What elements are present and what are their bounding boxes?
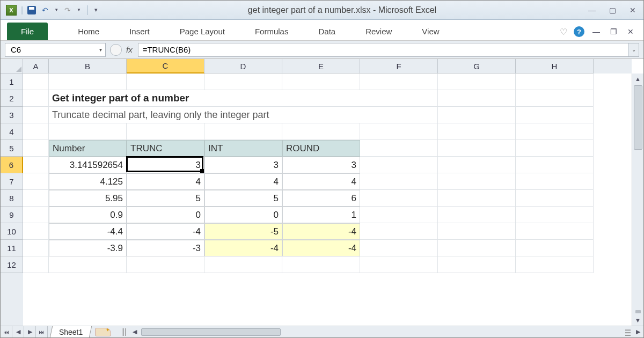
table-header[interactable]: INT	[204, 140, 282, 157]
tab-page-layout[interactable]: Page Layout	[165, 23, 240, 40]
sheet-tab-sheet1[interactable]: Sheet1	[50, 326, 92, 337]
cell[interactable]	[23, 90, 49, 107]
table-header[interactable]: ROUND	[282, 140, 360, 157]
column-header-G[interactable]: G	[438, 59, 516, 74]
cell-grid[interactable]: Get integer part of a numberTruncate dec…	[23, 74, 632, 326]
horizontal-scroll-track[interactable]	[140, 328, 623, 336]
table-cell[interactable]: 3.141592654	[49, 157, 127, 173]
cell[interactable]	[360, 90, 438, 107]
cell[interactable]	[516, 173, 594, 190]
cell[interactable]	[204, 74, 282, 90]
cell[interactable]	[360, 223, 438, 240]
maximize-icon[interactable]: ▢	[607, 6, 618, 14]
cell[interactable]	[360, 207, 438, 223]
cell[interactable]	[438, 157, 516, 173]
table-cell[interactable]: 3	[204, 157, 282, 173]
table-cell[interactable]: 4	[282, 173, 360, 190]
row-header-6[interactable]: 6	[1, 157, 23, 173]
table-cell[interactable]: -3	[127, 240, 204, 256]
cell[interactable]	[23, 256, 49, 273]
cell[interactable]	[360, 190, 438, 207]
table-cell[interactable]: -4	[127, 223, 204, 240]
ribbon-minimize-icon[interactable]: ♡	[560, 27, 567, 37]
column-header-B[interactable]: B	[49, 59, 127, 74]
row-header-3[interactable]: 3	[1, 107, 23, 123]
redo-dropdown-icon[interactable]: ▼	[77, 8, 81, 12]
table-header[interactable]: Number	[49, 140, 127, 157]
cell[interactable]	[23, 123, 49, 140]
cell[interactable]	[360, 140, 438, 157]
scroll-up-icon[interactable]: ▲	[632, 74, 643, 84]
cell[interactable]	[23, 223, 49, 240]
file-tab[interactable]: File	[7, 23, 48, 40]
cell[interactable]	[438, 223, 516, 240]
vertical-scrollbar[interactable]: ▲ ▼	[632, 74, 643, 326]
row-header-12[interactable]: 12	[1, 256, 23, 273]
row-header-10[interactable]: 10	[1, 223, 23, 240]
cell[interactable]	[516, 207, 594, 223]
horizontal-scroll-thumb[interactable]	[141, 328, 281, 336]
redo-icon[interactable]: ↷	[63, 6, 72, 14]
cell[interactable]	[438, 90, 516, 107]
cell[interactable]	[360, 107, 438, 123]
tab-review[interactable]: Review	[350, 23, 407, 40]
cell[interactable]	[23, 240, 49, 256]
close-icon[interactable]: ✕	[627, 6, 638, 14]
tab-home[interactable]: Home	[63, 23, 114, 40]
vertical-scroll-thumb[interactable]	[634, 85, 642, 150]
row-header-8[interactable]: 8	[1, 190, 23, 207]
cell[interactable]	[360, 173, 438, 190]
table-cell[interactable]: 0	[204, 207, 282, 223]
name-box[interactable]: C6	[5, 43, 106, 57]
first-sheet-icon[interactable]: ⏮	[1, 326, 12, 337]
workbook-restore-icon[interactable]: ❐	[608, 27, 619, 36]
cell[interactable]	[438, 140, 516, 157]
page-title[interactable]: Get integer part of a number	[49, 90, 360, 107]
table-cell[interactable]: 4	[127, 173, 204, 190]
help-icon[interactable]: ?	[574, 26, 584, 37]
table-cell[interactable]: 4	[204, 173, 282, 190]
tab-insert[interactable]: Insert	[114, 23, 165, 40]
table-cell[interactable]: -4.4	[49, 223, 127, 240]
cell[interactable]	[23, 74, 49, 90]
cell[interactable]	[516, 123, 594, 140]
column-header-A[interactable]: A	[23, 59, 49, 74]
cell[interactable]	[360, 157, 438, 173]
row-header-2[interactable]: 2	[1, 90, 23, 107]
undo-icon[interactable]: ↶	[40, 6, 50, 14]
cell[interactable]	[360, 123, 438, 140]
cell[interactable]	[438, 173, 516, 190]
cell[interactable]	[204, 123, 282, 140]
cell[interactable]	[438, 190, 516, 207]
table-cell[interactable]: 6	[282, 190, 360, 207]
cell[interactable]	[516, 90, 594, 107]
table-cell[interactable]: 0.9	[49, 207, 127, 223]
select-all-corner[interactable]	[1, 59, 23, 74]
tab-formulas[interactable]: Formulas	[240, 23, 304, 40]
formula-expand-icon[interactable]: ⌄	[628, 43, 639, 57]
cell[interactable]	[23, 173, 49, 190]
table-cell[interactable]: 1	[282, 207, 360, 223]
scroll-right-icon[interactable]: ▶	[633, 328, 643, 335]
excel-icon[interactable]: X	[6, 5, 17, 16]
minimize-icon[interactable]: ―	[587, 6, 597, 14]
scroll-left-icon[interactable]: ◀	[129, 328, 140, 335]
prev-sheet-icon[interactable]: ◀	[12, 326, 24, 337]
cell[interactable]	[438, 207, 516, 223]
cell[interactable]	[516, 107, 594, 123]
cell[interactable]	[127, 256, 204, 273]
tab-view[interactable]: View	[407, 23, 454, 40]
cell[interactable]	[49, 74, 127, 90]
cell[interactable]	[360, 74, 438, 90]
cell[interactable]	[23, 190, 49, 207]
cell[interactable]	[282, 74, 360, 90]
table-cell[interactable]: 5.95	[49, 190, 127, 207]
page-subtitle[interactable]: Truncate decimal part, leaving only the …	[49, 107, 360, 123]
cell[interactable]	[516, 190, 594, 207]
last-sheet-icon[interactable]: ⏭	[36, 326, 48, 337]
table-cell[interactable]: -5	[204, 223, 282, 240]
cell[interactable]	[282, 123, 360, 140]
table-cell[interactable]: 5	[127, 190, 204, 207]
table-header[interactable]: TRUNC	[127, 140, 204, 157]
cell[interactable]	[23, 107, 49, 123]
